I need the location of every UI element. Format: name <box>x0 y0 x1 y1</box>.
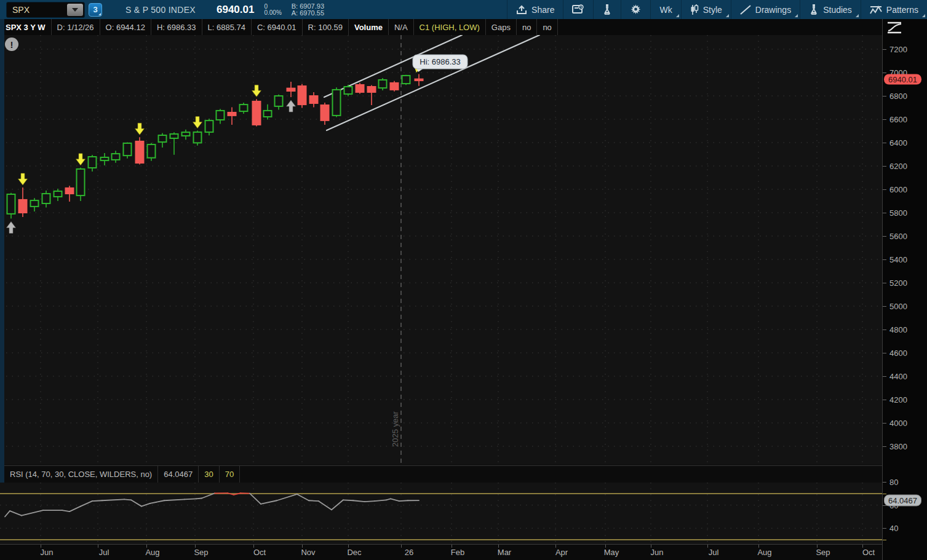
style-button[interactable]: Style <box>681 0 731 19</box>
price-axis-label: 4000 <box>889 419 907 428</box>
rsi-header-cell[interactable]: RSI (14, 70, 30, CLOSE, WILDERS, no) <box>4 466 158 483</box>
candle-down <box>298 84 306 108</box>
drawings-button[interactable]: Drawings <box>731 0 800 19</box>
auto-scale-icon[interactable] <box>886 21 903 34</box>
patterns-button[interactable]: Patterns <box>861 0 927 19</box>
ohlc-cell[interactable]: H: 6986.33 <box>151 19 202 35</box>
candle-up <box>112 151 120 162</box>
share-label: Share <box>531 5 554 15</box>
time-axis-tick <box>707 545 708 548</box>
price-axis-label: 4800 <box>889 325 907 334</box>
symbol-input-value[interactable]: SPX <box>7 5 67 15</box>
rsi-axis-label: 40 <box>889 524 898 533</box>
time-axis-label: Nov <box>301 548 315 557</box>
price-axis-label: 5000 <box>889 302 907 311</box>
candlestick-icon <box>690 4 699 15</box>
sell-signal-arrow-icon <box>135 123 145 135</box>
economic-events-button[interactable] <box>563 0 593 19</box>
ohlc-cell[interactable]: no <box>517 19 537 35</box>
price-axis-tick <box>883 283 886 283</box>
price-axis-label: 6000 <box>889 185 907 194</box>
ohlc-cell[interactable]: SPX 3 Y W <box>0 19 52 35</box>
sell-signal-arrow-icon <box>18 173 28 185</box>
time-axis-label: 26 <box>405 548 413 557</box>
price-axis-label: 5400 <box>889 255 907 264</box>
time-axis-tick <box>862 545 863 548</box>
candle-up <box>194 131 202 146</box>
rsi-pane[interactable] <box>0 483 882 544</box>
left-edge-strip <box>0 19 4 560</box>
time-axis-label: Aug <box>145 548 159 557</box>
price-axis-tick <box>883 189 886 190</box>
alert-icon[interactable]: ! <box>5 37 18 51</box>
candle-up <box>240 103 248 114</box>
linked-charts-badge[interactable]: 3 <box>89 3 102 17</box>
quick-study-button[interactable] <box>593 0 621 19</box>
corner-dropdown-indicator <box>856 14 859 17</box>
share-button[interactable]: Share <box>507 0 563 19</box>
price-axis-tick <box>883 166 886 167</box>
instrument-name: S & P 500 INDEX <box>125 5 196 15</box>
change-value: 0 <box>264 4 281 10</box>
price-axis[interactable]: 7200700068006600640062006000580056005400… <box>882 19 927 560</box>
corner-dropdown-indicator <box>726 14 729 17</box>
candle-down <box>391 81 399 92</box>
studies-button[interactable]: Studies <box>800 0 861 19</box>
thinkorswim-chart-window: SPX 3 S & P 500 INDEX 6940.01 0 0.00% B:… <box>0 0 927 560</box>
time-axis[interactable]: JunJulAugSepOctNovDec26FebMarAprMayJunJu… <box>0 544 927 560</box>
time-axis-label: Mar <box>498 548 511 557</box>
ohlc-cell[interactable]: R: 100.59 <box>303 19 349 35</box>
candle-up <box>159 133 167 148</box>
price-axis-tick <box>883 143 886 143</box>
rsi-header-cell[interactable]: 30 <box>199 466 219 483</box>
ohlc-cell[interactable]: no <box>537 19 557 35</box>
bid-value: B: 6907.93 <box>292 3 324 10</box>
symbol-input[interactable]: SPX <box>6 2 85 18</box>
time-axis-tick <box>195 545 196 548</box>
time-axis-tick <box>651 545 651 548</box>
rsi-header-cell[interactable]: 70 <box>220 466 240 483</box>
price-axis-label: 6200 <box>889 162 907 171</box>
rsi-header-cell[interactable]: 64.0467 <box>158 466 199 483</box>
candle-up <box>89 155 97 172</box>
ohlc-cell[interactable]: Gaps <box>486 19 517 35</box>
symbol-dropdown-button[interactable] <box>67 4 83 16</box>
flask-icon <box>809 4 819 15</box>
price-axis-label: 6800 <box>889 92 907 101</box>
ohlc-cell[interactable]: O: 6944.12 <box>100 19 151 35</box>
price-axis-label: 3800 <box>889 442 907 451</box>
style-label: Style <box>703 5 722 15</box>
time-axis-label: Dec <box>347 548 361 557</box>
price-axis-tick <box>883 446 886 447</box>
time-axis-label: Aug <box>757 548 771 557</box>
ohlc-cell[interactable]: D: 1/12/26 <box>52 19 100 35</box>
chart-settings-button[interactable] <box>621 0 650 19</box>
candle-up <box>148 143 156 160</box>
candle-down <box>228 108 236 125</box>
ohlc-cell[interactable]: C1 (HIGH, LOW) <box>414 19 486 35</box>
time-axis-tick <box>98 545 98 548</box>
ohlc-cell[interactable]: C: 6940.01 <box>252 19 303 35</box>
candle-down <box>136 137 144 164</box>
candle-down <box>287 82 295 97</box>
time-axis-tick <box>146 545 147 548</box>
chevron-down-icon <box>72 8 78 12</box>
corner-dropdown-indicator <box>922 14 925 17</box>
timeframe-button[interactable]: Wk <box>650 0 680 19</box>
ohlc-cell[interactable]: Volume <box>349 19 389 35</box>
rsi-axis-tick <box>883 528 886 529</box>
time-axis-label: Feb <box>451 548 464 557</box>
main-chart-pane[interactable]: 2025 yearHi: 6986.33 <box>0 35 882 465</box>
candle-up <box>31 198 39 211</box>
ohlc-cell[interactable]: N/A <box>389 19 414 35</box>
candle-up <box>217 109 225 124</box>
time-axis-tick <box>41 545 41 548</box>
rsi-header-bar: RSI (14, 70, 30, CLOSE, WILDERS, no)64.0… <box>4 465 882 483</box>
price-axis-tick <box>883 400 886 400</box>
rsi-level-tick <box>883 494 886 494</box>
sell-signal-arrow-icon <box>252 85 261 97</box>
ohlc-cell[interactable]: L: 6885.74 <box>202 19 252 35</box>
price-axis-label: 7200 <box>889 45 907 54</box>
buy-signal-arrow-icon <box>7 222 16 234</box>
candle-up <box>344 85 352 97</box>
